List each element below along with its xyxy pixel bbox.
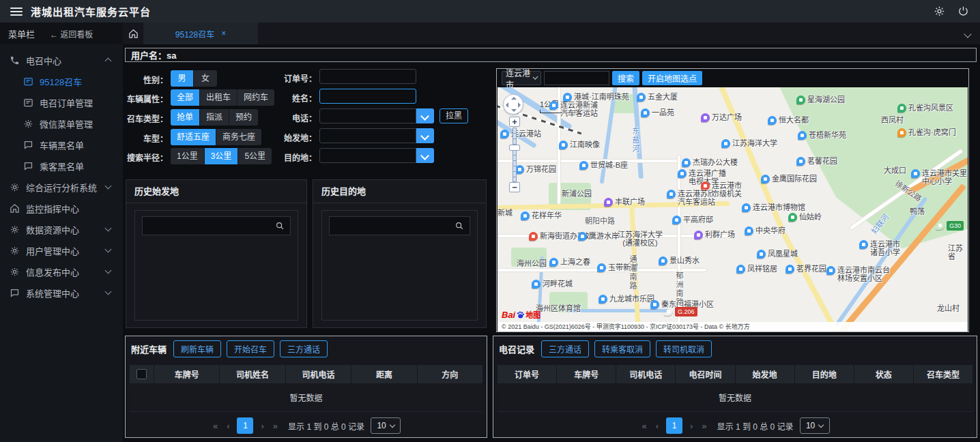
segment-option[interactable]: 指派: [200, 109, 229, 126]
sidebar-item[interactable]: 监控指挥中心: [0, 198, 123, 218]
table-column-header: 召车类型: [914, 365, 972, 383]
sidebar-item[interactable]: 电召中心: [0, 50, 123, 70]
panel-action-button[interactable]: 转司机取消: [656, 340, 712, 357]
map-poi-marker-icon: [637, 93, 646, 102]
back-to-dashboard-link[interactable]: ← 返回看板: [50, 28, 93, 40]
next-page-button[interactable]: ›: [689, 421, 694, 431]
map-pick-point-button[interactable]: 开启地图选点: [642, 71, 702, 85]
map-poi-label: 朝阳中路: [585, 217, 615, 225]
baidu-paw-icon: [516, 310, 525, 319]
dest-input[interactable]: [320, 149, 416, 162]
segment-option[interactable]: 女: [194, 70, 217, 87]
segment-option[interactable]: 预约: [229, 109, 258, 126]
map-poi-marker-icon: [672, 216, 681, 224]
sidebar-item[interactable]: 电召订单管理: [0, 92, 123, 113]
map-poi-marker-icon: [559, 141, 568, 149]
last-page-button[interactable]: »: [700, 421, 708, 431]
segment-option[interactable]: 抢单: [171, 109, 200, 126]
dest-dropdown-button[interactable]: [416, 148, 434, 163]
panel-action-button[interactable]: 三方通话: [541, 340, 589, 357]
map-search-input[interactable]: [545, 72, 609, 85]
panel-action-button[interactable]: 转乘客取消: [594, 340, 650, 357]
sidebar-item[interactable]: 综合运行分析系统: [0, 177, 123, 197]
map-poi: 苍梧新华苑: [798, 131, 846, 140]
blacklist-button[interactable]: 拉黑: [439, 108, 468, 123]
search-icon[interactable]: [275, 221, 285, 231]
phone-input[interactable]: [320, 109, 416, 123]
zoom-out-button[interactable]: −: [509, 182, 520, 192]
sidebar-item[interactable]: 乘客黑名单: [0, 156, 123, 176]
current-page-button[interactable]: 1: [237, 417, 253, 434]
panel-action-button[interactable]: 三方通话: [280, 340, 328, 357]
origin-label: 始发地：: [263, 132, 317, 143]
current-page-button[interactable]: 1: [666, 417, 682, 434]
map-pan-control[interactable]: [503, 94, 523, 115]
first-page-button[interactable]: «: [640, 421, 648, 431]
search-icon[interactable]: [455, 221, 464, 231]
sidebar-item-label: 监控指挥中心: [26, 202, 79, 215]
map-poi-label: 港城·江南明珠苑: [574, 93, 629, 101]
segment-option[interactable]: 全部: [171, 89, 200, 106]
page-size-select[interactable]: 10: [371, 417, 401, 434]
segment-option[interactable]: 出租车: [200, 89, 237, 106]
power-icon[interactable]: [957, 5, 969, 17]
map-poi-marker-icon: [641, 108, 650, 117]
order-no-input[interactable]: [320, 70, 416, 83]
sidebar-item[interactable]: 95128召车: [0, 71, 123, 91]
car-model-options: 舒适五座商务七座: [171, 129, 261, 145]
map-poi-label: 九龙城市乐园: [609, 295, 654, 303]
history-origin-search-input[interactable]: [143, 221, 275, 231]
segment-option[interactable]: 男: [171, 70, 194, 87]
segment-option[interactable]: 3公里: [205, 148, 239, 164]
map-poi-label: 河畔花城: [543, 280, 573, 288]
map-poi: 海州区体育馆: [536, 304, 581, 312]
sidebar-item[interactable]: 信息发布中心: [0, 261, 123, 282]
hamburger-menu-icon[interactable]: [10, 8, 23, 16]
history-dest-search-input[interactable]: [330, 221, 455, 231]
map-poi-label: 茗界花园: [796, 265, 826, 273]
page-size-select[interactable]: 10: [800, 417, 830, 434]
origin-input[interactable]: [320, 129, 416, 143]
nearby-title: 附近车辆: [131, 342, 167, 355]
select-all-checkbox[interactable]: [136, 369, 147, 379]
map-poi: 万达广场: [701, 113, 742, 122]
zoom-in-button[interactable]: +: [509, 117, 520, 127]
city-select[interactable]: 连云港市: [502, 71, 541, 85]
map-canvas[interactable]: 连云港站 连云港新浦 汽车客运站 港城·江南明珠苑 五金大厦 一品苑 万达广场: [498, 87, 968, 332]
sidebar-item[interactable]: 车辆黑名单: [0, 134, 123, 155]
zoom-slider-handle[interactable]: [509, 145, 520, 151]
chevron-down-icon[interactable]: [964, 30, 971, 38]
sidebar-item[interactable]: 用户管理中心: [0, 240, 123, 261]
tab-95128[interactable]: 95128召车 ×: [143, 23, 258, 44]
segment-option[interactable]: 1公里: [171, 148, 205, 164]
gear-icon[interactable]: [934, 5, 945, 17]
zoom-slider-track[interactable]: [513, 128, 517, 182]
prev-page-button[interactable]: ‹: [225, 421, 231, 431]
map-search-button[interactable]: 搜索: [612, 71, 639, 85]
segment-option[interactable]: 舒适五座: [171, 129, 216, 145]
last-page-button[interactable]: »: [272, 421, 279, 431]
sidebar-item[interactable]: 系统管理中心: [0, 282, 123, 303]
panel-action-button[interactable]: 刷新车辆: [173, 340, 221, 357]
sidebar-item[interactable]: 数据资源中心: [0, 219, 123, 239]
first-page-button[interactable]: «: [212, 421, 219, 431]
map-poi: 丰联广场: [604, 198, 645, 207]
phone-dropdown-button[interactable]: [416, 108, 434, 123]
segment-option[interactable]: 商务七座: [216, 129, 261, 145]
home-tab-icon[interactable]: [123, 23, 143, 44]
history-origin-search: [142, 216, 291, 235]
records-columns: 订单号车牌号司机电话电召时间始发地目的地状态召车类型: [498, 365, 972, 383]
map-poi-label: 丰联广场: [615, 198, 645, 206]
prev-page-button[interactable]: ‹: [654, 421, 660, 431]
map-poi-label: G30: [947, 221, 964, 231]
tab-close-icon[interactable]: ×: [221, 29, 226, 38]
panel-action-button[interactable]: 开始召车: [227, 340, 274, 357]
name-label: 姓名：: [263, 92, 317, 104]
name-input[interactable]: [320, 89, 416, 103]
table-column-header: 车牌号: [154, 365, 220, 383]
sidebar-item[interactable]: 微信菜单管理: [0, 113, 123, 134]
origin-dropdown-button[interactable]: [416, 128, 434, 143]
records-table-header: 订单号车牌号司机电话电召时间始发地目的地状态召车类型: [498, 365, 972, 383]
map-poi: 世贸城-B座: [579, 161, 628, 170]
next-page-button[interactable]: ›: [259, 421, 265, 431]
